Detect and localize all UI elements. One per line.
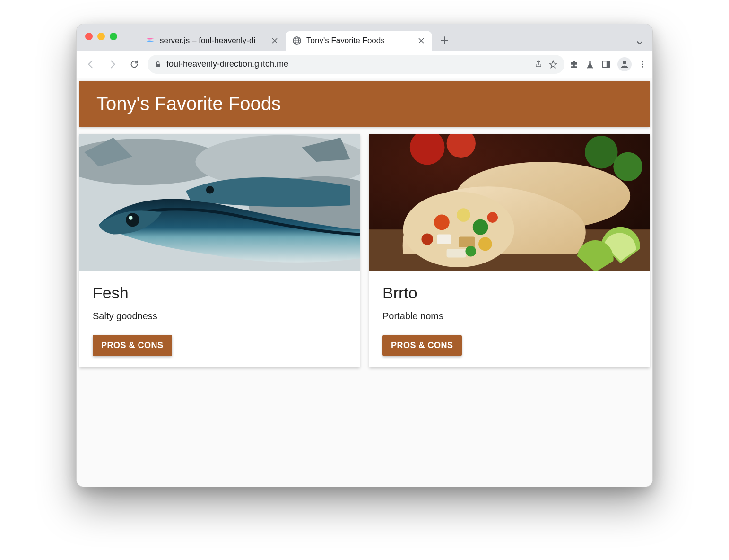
svg-point-33 — [421, 233, 433, 245]
tab-title: server.js – foul-heavenly-di — [160, 36, 266, 45]
svg-rect-32 — [459, 237, 475, 247]
glitch-icon — [146, 36, 155, 45]
forward-button[interactable] — [104, 56, 121, 73]
page-title: Tony's Favorite Foods — [79, 81, 650, 127]
browser-window: server.js – foul-heavenly-di Tony's Favo… — [76, 24, 653, 487]
svg-point-34 — [478, 237, 492, 251]
omnibox-actions — [534, 60, 558, 69]
page-viewport: Tony's Favorite Foods — [77, 78, 652, 487]
profile-avatar[interactable] — [617, 57, 632, 71]
tab-tonys-foods[interactable]: Tony's Favorite Foods — [286, 31, 432, 51]
url-text: foul-heavenly-direction.glitch.me — [166, 59, 529, 69]
svg-point-36 — [465, 246, 476, 256]
svg-point-23 — [585, 136, 618, 169]
svg-point-28 — [434, 215, 450, 230]
svg-rect-31 — [437, 234, 451, 244]
svg-rect-4 — [156, 64, 160, 67]
svg-point-9 — [642, 63, 643, 65]
reload-button[interactable] — [126, 56, 143, 73]
toolbar-right — [569, 57, 647, 71]
maximize-window-button[interactable] — [110, 33, 117, 40]
address-bar[interactable]: foul-heavenly-direction.glitch.me — [148, 55, 564, 74]
tabs: server.js – foul-heavenly-di Tony's Favo… — [139, 24, 453, 51]
close-tab-icon[interactable] — [417, 36, 425, 45]
labs-icon[interactable] — [585, 60, 595, 69]
card-body: Brrto Portable noms PROS & CONS — [369, 271, 650, 368]
card-fesh: Fesh Salty goodness PROS & CONS — [79, 134, 360, 368]
svg-point-10 — [642, 66, 643, 67]
tab-overflow[interactable] — [635, 38, 647, 51]
card-image-fish — [79, 134, 360, 271]
globe-icon — [292, 36, 302, 45]
card-image-burrito — [369, 134, 650, 271]
toolbar: foul-heavenly-direction.glitch.me — [77, 51, 652, 78]
back-button[interactable] — [82, 56, 99, 73]
share-icon[interactable] — [534, 60, 543, 69]
pros-cons-button[interactable]: PROS & CONS — [93, 335, 172, 356]
close-window-button[interactable] — [85, 33, 93, 40]
svg-point-37 — [487, 212, 497, 222]
bookmark-icon[interactable] — [548, 60, 558, 69]
extensions-icon[interactable] — [569, 60, 579, 69]
new-tab-button[interactable] — [436, 32, 453, 49]
svg-point-15 — [126, 213, 139, 227]
cards-row: Fesh Salty goodness PROS & CONS — [77, 130, 652, 372]
svg-point-0 — [148, 38, 148, 39]
minimize-window-button[interactable] — [97, 33, 105, 40]
card-title: Brrto — [382, 284, 636, 302]
tab-title: Tony's Favorite Foods — [306, 36, 412, 45]
pros-cons-button[interactable]: PROS & CONS — [382, 335, 462, 356]
side-panel-icon[interactable] — [601, 60, 611, 69]
svg-point-17 — [206, 186, 214, 193]
window-controls — [85, 33, 117, 40]
svg-point-7 — [623, 61, 626, 64]
card-brrto: Brrto Portable noms PROS & CONS — [369, 134, 650, 368]
svg-point-1 — [148, 41, 148, 42]
svg-rect-6 — [607, 61, 610, 67]
close-tab-icon[interactable] — [270, 36, 279, 45]
card-description: Portable noms — [382, 311, 636, 322]
card-title: Fesh — [93, 284, 347, 302]
lock-icon — [154, 61, 162, 68]
card-description: Salty goodness — [93, 311, 347, 322]
tab-glitch-editor[interactable]: server.js – foul-heavenly-di — [139, 31, 286, 51]
tab-strip: server.js – foul-heavenly-di Tony's Favo… — [77, 24, 652, 51]
svg-point-29 — [457, 208, 470, 222]
svg-point-16 — [129, 216, 132, 220]
card-body: Fesh Salty goodness PROS & CONS — [79, 271, 360, 368]
svg-point-24 — [613, 152, 642, 181]
svg-point-30 — [473, 219, 488, 235]
svg-rect-35 — [447, 249, 466, 257]
menu-icon[interactable] — [638, 60, 647, 69]
svg-point-8 — [642, 61, 643, 62]
